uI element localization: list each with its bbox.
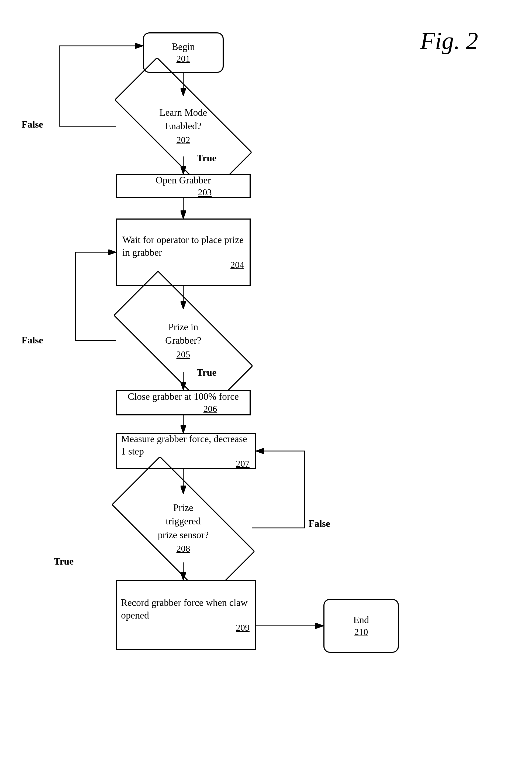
node-207-label: Measure grabber force, decrease 1 step [117, 433, 255, 458]
false-label-208: False [309, 518, 330, 529]
node-203-label: Open Grabber [156, 174, 211, 187]
node-208-text: Prizetriggeredprize sensor? 208 [158, 501, 209, 556]
node-209: Record grabber force when claw opened 20… [116, 580, 256, 650]
node-210-number: 210 [354, 626, 368, 638]
node-206: Close grabber at 100% force 206 [116, 390, 251, 416]
node-202-label: Learn ModeEnabled? [159, 107, 207, 131]
node-203: Open Grabber 203 [116, 174, 251, 198]
node-202: Learn ModeEnabled? 202 [116, 96, 251, 156]
node-208-label: Prizetriggeredprize sensor? [158, 502, 209, 540]
node-206-label: Close grabber at 100% force [128, 390, 239, 403]
node-205: Prize inGrabber? 205 [116, 309, 251, 372]
true-label-202: True [197, 152, 217, 164]
node-208-number: 208 [176, 543, 190, 554]
node-209-number: 209 [236, 622, 250, 634]
node-208: Prizetriggeredprize sensor? 208 [116, 494, 251, 562]
node-205-number: 205 [176, 349, 190, 359]
true-label-208: True [54, 556, 74, 567]
node-204: Wait for operator to place prize in grab… [116, 218, 251, 286]
node-202-text: Learn ModeEnabled? 202 [159, 106, 207, 146]
node-207-number: 207 [236, 458, 250, 470]
diagram-container: Fig. 2 B [0, 0, 532, 782]
node-203-number: 203 [198, 186, 212, 198]
node-205-text: Prize inGrabber? 205 [165, 320, 201, 361]
false-label-202: False [22, 119, 43, 130]
node-202-number: 202 [177, 135, 190, 145]
node-209-label: Record grabber force when claw opened [117, 596, 255, 622]
true-label-205: True [197, 367, 217, 378]
flowchart-arrows [0, 0, 532, 782]
node-210: End 210 [324, 599, 399, 653]
node-204-label: Wait for operator to place prize in grab… [117, 234, 250, 259]
node-201-label: Begin [172, 40, 195, 53]
node-204-number: 204 [230, 259, 244, 271]
node-206-number: 206 [203, 403, 217, 415]
node-201-number: 201 [177, 53, 190, 65]
node-207: Measure grabber force, decrease 1 step 2… [116, 433, 256, 469]
figure-label: Fig. 2 [420, 27, 478, 55]
node-210-label: End [353, 614, 369, 626]
node-205-label: Prize inGrabber? [165, 322, 201, 346]
false-label-205: False [22, 334, 43, 346]
